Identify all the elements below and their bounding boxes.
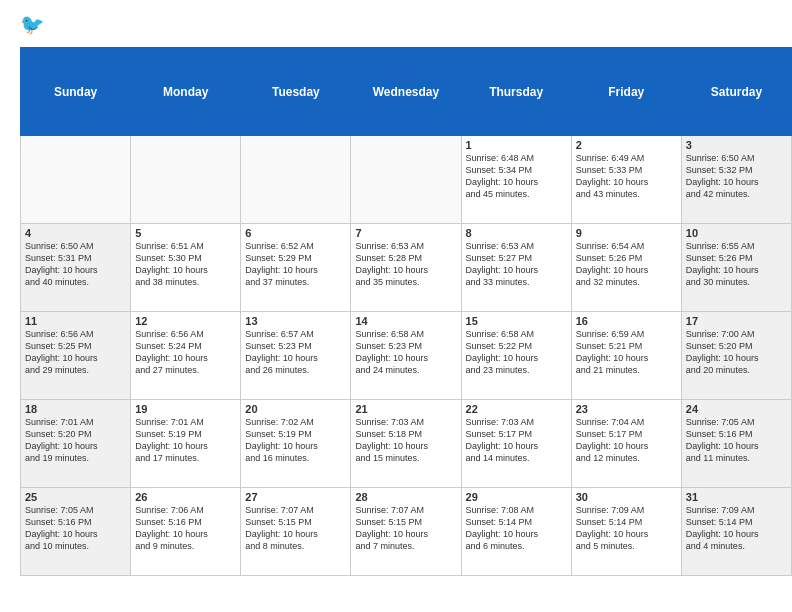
day-number: 8: [466, 227, 567, 239]
day-info: Sunrise: 6:49 AM Sunset: 5:33 PM Dayligh…: [576, 152, 677, 201]
day-number: 27: [245, 491, 346, 503]
day-cell: 7Sunrise: 6:53 AM Sunset: 5:28 PM Daylig…: [351, 224, 461, 312]
day-number: 12: [135, 315, 236, 327]
day-number: 20: [245, 403, 346, 415]
day-number: 15: [466, 315, 567, 327]
day-info: Sunrise: 6:56 AM Sunset: 5:25 PM Dayligh…: [25, 328, 126, 377]
day-info: Sunrise: 6:51 AM Sunset: 5:30 PM Dayligh…: [135, 240, 236, 289]
day-header-saturday: Saturday: [681, 48, 791, 136]
day-number: 3: [686, 139, 787, 151]
day-number: 4: [25, 227, 126, 239]
day-info: Sunrise: 6:54 AM Sunset: 5:26 PM Dayligh…: [576, 240, 677, 289]
day-cell: 10Sunrise: 6:55 AM Sunset: 5:26 PM Dayli…: [681, 224, 791, 312]
calendar-week-1: 1Sunrise: 6:48 AM Sunset: 5:34 PM Daylig…: [21, 136, 792, 224]
day-info: Sunrise: 7:07 AM Sunset: 5:15 PM Dayligh…: [245, 504, 346, 553]
day-number: 22: [466, 403, 567, 415]
calendar-week-2: 4Sunrise: 6:50 AM Sunset: 5:31 PM Daylig…: [21, 224, 792, 312]
day-info: Sunrise: 7:03 AM Sunset: 5:18 PM Dayligh…: [355, 416, 456, 465]
day-number: 13: [245, 315, 346, 327]
day-number: 1: [466, 139, 567, 151]
day-cell: [21, 136, 131, 224]
day-header-friday: Friday: [571, 48, 681, 136]
day-cell: 5Sunrise: 6:51 AM Sunset: 5:30 PM Daylig…: [131, 224, 241, 312]
day-cell: 31Sunrise: 7:09 AM Sunset: 5:14 PM Dayli…: [681, 488, 791, 576]
day-info: Sunrise: 6:50 AM Sunset: 5:32 PM Dayligh…: [686, 152, 787, 201]
day-number: 29: [466, 491, 567, 503]
day-cell: 11Sunrise: 6:56 AM Sunset: 5:25 PM Dayli…: [21, 312, 131, 400]
logo: 🐦: [20, 10, 52, 42]
day-cell: 13Sunrise: 6:57 AM Sunset: 5:23 PM Dayli…: [241, 312, 351, 400]
day-cell: 21Sunrise: 7:03 AM Sunset: 5:18 PM Dayli…: [351, 400, 461, 488]
day-info: Sunrise: 7:01 AM Sunset: 5:19 PM Dayligh…: [135, 416, 236, 465]
day-number: 26: [135, 491, 236, 503]
day-info: Sunrise: 7:09 AM Sunset: 5:14 PM Dayligh…: [686, 504, 787, 553]
day-info: Sunrise: 6:53 AM Sunset: 5:27 PM Dayligh…: [466, 240, 567, 289]
day-number: 23: [576, 403, 677, 415]
day-cell: 27Sunrise: 7:07 AM Sunset: 5:15 PM Dayli…: [241, 488, 351, 576]
calendar-wrapper: SundayMondayTuesdayWednesdayThursdayFrid…: [0, 47, 792, 582]
day-info: Sunrise: 7:02 AM Sunset: 5:19 PM Dayligh…: [245, 416, 346, 465]
day-cell: 14Sunrise: 6:58 AM Sunset: 5:23 PM Dayli…: [351, 312, 461, 400]
day-cell: 15Sunrise: 6:58 AM Sunset: 5:22 PM Dayli…: [461, 312, 571, 400]
day-cell: 26Sunrise: 7:06 AM Sunset: 5:16 PM Dayli…: [131, 488, 241, 576]
day-info: Sunrise: 6:58 AM Sunset: 5:23 PM Dayligh…: [355, 328, 456, 377]
day-info: Sunrise: 6:55 AM Sunset: 5:26 PM Dayligh…: [686, 240, 787, 289]
day-cell: 30Sunrise: 7:09 AM Sunset: 5:14 PM Dayli…: [571, 488, 681, 576]
day-cell: 6Sunrise: 6:52 AM Sunset: 5:29 PM Daylig…: [241, 224, 351, 312]
calendar-table: SundayMondayTuesdayWednesdayThursdayFrid…: [20, 47, 792, 576]
day-number: 6: [245, 227, 346, 239]
day-number: 25: [25, 491, 126, 503]
day-cell: [351, 136, 461, 224]
day-info: Sunrise: 6:57 AM Sunset: 5:23 PM Dayligh…: [245, 328, 346, 377]
day-info: Sunrise: 6:59 AM Sunset: 5:21 PM Dayligh…: [576, 328, 677, 377]
day-number: 16: [576, 315, 677, 327]
logo-icon: 🐦: [20, 10, 48, 42]
day-number: 9: [576, 227, 677, 239]
day-number: 5: [135, 227, 236, 239]
day-info: Sunrise: 7:08 AM Sunset: 5:14 PM Dayligh…: [466, 504, 567, 553]
day-cell: 4Sunrise: 6:50 AM Sunset: 5:31 PM Daylig…: [21, 224, 131, 312]
day-cell: 2Sunrise: 6:49 AM Sunset: 5:33 PM Daylig…: [571, 136, 681, 224]
day-header-monday: Monday: [131, 48, 241, 136]
day-number: 21: [355, 403, 456, 415]
day-number: 7: [355, 227, 456, 239]
day-cell: 23Sunrise: 7:04 AM Sunset: 5:17 PM Dayli…: [571, 400, 681, 488]
day-info: Sunrise: 7:07 AM Sunset: 5:15 PM Dayligh…: [355, 504, 456, 553]
day-info: Sunrise: 7:06 AM Sunset: 5:16 PM Dayligh…: [135, 504, 236, 553]
day-cell: 17Sunrise: 7:00 AM Sunset: 5:20 PM Dayli…: [681, 312, 791, 400]
svg-text:🐦: 🐦: [20, 12, 45, 36]
day-cell: 28Sunrise: 7:07 AM Sunset: 5:15 PM Dayli…: [351, 488, 461, 576]
calendar-week-5: 25Sunrise: 7:05 AM Sunset: 5:16 PM Dayli…: [21, 488, 792, 576]
day-number: 31: [686, 491, 787, 503]
calendar-week-4: 18Sunrise: 7:01 AM Sunset: 5:20 PM Dayli…: [21, 400, 792, 488]
day-cell: 20Sunrise: 7:02 AM Sunset: 5:19 PM Dayli…: [241, 400, 351, 488]
day-number: 2: [576, 139, 677, 151]
day-cell: 22Sunrise: 7:03 AM Sunset: 5:17 PM Dayli…: [461, 400, 571, 488]
day-cell: 12Sunrise: 6:56 AM Sunset: 5:24 PM Dayli…: [131, 312, 241, 400]
day-info: Sunrise: 6:58 AM Sunset: 5:22 PM Dayligh…: [466, 328, 567, 377]
day-cell: 8Sunrise: 6:53 AM Sunset: 5:27 PM Daylig…: [461, 224, 571, 312]
day-info: Sunrise: 7:04 AM Sunset: 5:17 PM Dayligh…: [576, 416, 677, 465]
day-cell: 16Sunrise: 6:59 AM Sunset: 5:21 PM Dayli…: [571, 312, 681, 400]
day-info: Sunrise: 6:53 AM Sunset: 5:28 PM Dayligh…: [355, 240, 456, 289]
day-number: 14: [355, 315, 456, 327]
day-info: Sunrise: 7:01 AM Sunset: 5:20 PM Dayligh…: [25, 416, 126, 465]
day-info: Sunrise: 7:03 AM Sunset: 5:17 PM Dayligh…: [466, 416, 567, 465]
day-cell: [131, 136, 241, 224]
day-cell: [241, 136, 351, 224]
day-header-tuesday: Tuesday: [241, 48, 351, 136]
day-cell: 9Sunrise: 6:54 AM Sunset: 5:26 PM Daylig…: [571, 224, 681, 312]
day-number: 28: [355, 491, 456, 503]
day-header-thursday: Thursday: [461, 48, 571, 136]
day-number: 24: [686, 403, 787, 415]
calendar-header-row: SundayMondayTuesdayWednesdayThursdayFrid…: [21, 48, 792, 136]
day-cell: 1Sunrise: 6:48 AM Sunset: 5:34 PM Daylig…: [461, 136, 571, 224]
day-info: Sunrise: 6:48 AM Sunset: 5:34 PM Dayligh…: [466, 152, 567, 201]
day-cell: 25Sunrise: 7:05 AM Sunset: 5:16 PM Dayli…: [21, 488, 131, 576]
day-cell: 24Sunrise: 7:05 AM Sunset: 5:16 PM Dayli…: [681, 400, 791, 488]
day-info: Sunrise: 7:00 AM Sunset: 5:20 PM Dayligh…: [686, 328, 787, 377]
day-cell: 18Sunrise: 7:01 AM Sunset: 5:20 PM Dayli…: [21, 400, 131, 488]
day-number: 17: [686, 315, 787, 327]
page-header: 🐦: [0, 0, 792, 47]
day-number: 11: [25, 315, 126, 327]
